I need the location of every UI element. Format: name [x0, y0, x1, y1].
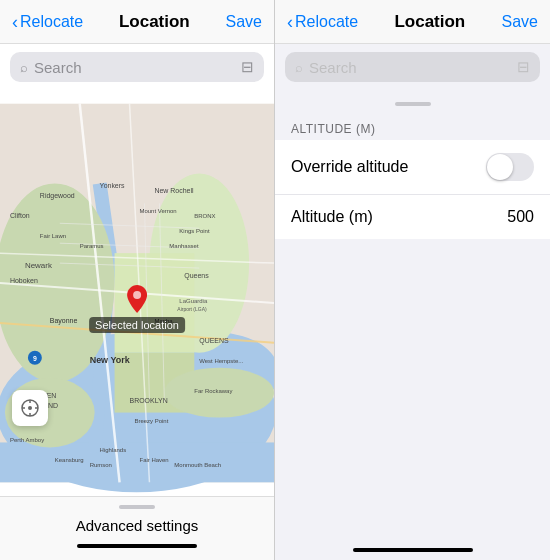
right-chevron-left-icon: ‹ [287, 13, 293, 31]
svg-text:Clifton: Clifton [10, 212, 30, 219]
pin-icon [127, 285, 147, 315]
svg-rect-3 [0, 442, 274, 482]
override-altitude-toggle[interactable] [486, 153, 534, 181]
location-pin: Selected location [89, 285, 185, 333]
svg-text:Far Rockaway: Far Rockaway [194, 388, 232, 394]
right-search-input: Search [309, 59, 511, 76]
bottom-controls: Advanced settings [0, 496, 274, 560]
book-icon: ⊟ [241, 58, 254, 76]
svg-text:Rumson: Rumson [90, 462, 112, 468]
left-panel: ‹ Relocate Location Save ⌕ Search ⊟ [0, 0, 275, 560]
svg-point-55 [28, 406, 32, 410]
svg-text:Fair Lawn: Fair Lawn [40, 233, 66, 239]
right-search-bar: ⌕ Search ⊟ [285, 52, 540, 82]
svg-text:Highlands: Highlands [100, 447, 127, 453]
chevron-left-icon: ‹ [12, 13, 18, 31]
drag-handle[interactable] [119, 505, 155, 509]
left-nav-bar: ‹ Relocate Location Save [0, 0, 274, 44]
svg-text:Yonkers: Yonkers [100, 182, 125, 189]
search-bar[interactable]: ⌕ Search ⊟ [10, 52, 264, 82]
right-save-button[interactable]: Save [502, 13, 538, 31]
override-altitude-label: Override altitude [291, 158, 408, 176]
svg-text:Bayonne: Bayonne [50, 317, 78, 325]
svg-text:Mount Vernon: Mount Vernon [139, 208, 176, 214]
right-back-label: Relocate [295, 13, 358, 31]
svg-text:9: 9 [33, 355, 37, 362]
right-page-title: Location [394, 12, 465, 32]
right-book-icon: ⊟ [517, 58, 530, 76]
svg-text:QUEENS: QUEENS [199, 337, 229, 345]
back-button[interactable]: ‹ Relocate [12, 13, 83, 31]
svg-text:Hoboken: Hoboken [10, 277, 38, 284]
right-search-icon: ⌕ [295, 60, 303, 75]
right-bottom-area [275, 239, 550, 560]
svg-text:Monmouth Beach: Monmouth Beach [174, 462, 221, 468]
altitude-section: ALTITUDE (M) Override altitude Altitude … [275, 114, 550, 239]
svg-text:Breezy Point: Breezy Point [135, 418, 169, 424]
map-view[interactable]: Newark New York Queens BROOKLYN STATEN I… [0, 90, 274, 496]
svg-text:New Rochell: New Rochell [154, 187, 194, 194]
svg-text:Ridgewood: Ridgewood [40, 192, 75, 200]
sheet-drag-bar[interactable] [395, 102, 431, 106]
altitude-label: Altitude (m) [291, 208, 373, 226]
search-input[interactable]: Search [34, 59, 235, 76]
svg-text:Paramus: Paramus [80, 243, 104, 249]
svg-text:West Hempste...: West Hempste... [199, 358, 243, 364]
svg-text:Perth Amboy: Perth Amboy [10, 437, 44, 443]
home-indicator [77, 544, 197, 548]
current-location-button[interactable] [12, 390, 48, 426]
svg-text:Kings Point: Kings Point [179, 228, 210, 234]
page-title: Location [119, 12, 190, 32]
svg-text:Manhasset: Manhasset [169, 243, 199, 249]
selected-location-label: Selected location [89, 317, 185, 333]
override-altitude-row: Override altitude [275, 140, 550, 195]
advanced-settings-button[interactable]: Advanced settings [76, 517, 199, 534]
settings-group: Override altitude Altitude (m) 500 [275, 140, 550, 239]
right-home-indicator [353, 548, 473, 552]
svg-text:New York: New York [90, 355, 130, 365]
altitude-value-row: Altitude (m) 500 [275, 195, 550, 239]
back-label: Relocate [20, 13, 83, 31]
toggle-knob [487, 154, 513, 180]
right-panel: ‹ Relocate Location Save ⌕ Search ⊟ ALTI… [275, 0, 550, 560]
svg-text:Keansburg: Keansburg [55, 457, 84, 463]
svg-text:BRONX: BRONX [194, 213, 215, 219]
sheet-handle-area [275, 90, 550, 114]
svg-text:Queens: Queens [184, 272, 209, 280]
altitude-value[interactable]: 500 [507, 208, 534, 226]
save-button[interactable]: Save [226, 13, 262, 31]
altitude-section-header: ALTITUDE (M) [275, 114, 550, 140]
right-nav-bar: ‹ Relocate Location Save [275, 0, 550, 44]
svg-text:Fair Haven: Fair Haven [139, 457, 168, 463]
svg-text:BROOKLYN: BROOKLYN [130, 397, 168, 404]
svg-text:Newark: Newark [25, 261, 52, 270]
location-arrow-icon [20, 398, 40, 418]
search-icon: ⌕ [20, 60, 28, 75]
right-back-button[interactable]: ‹ Relocate [287, 13, 358, 31]
svg-point-53 [133, 291, 141, 299]
